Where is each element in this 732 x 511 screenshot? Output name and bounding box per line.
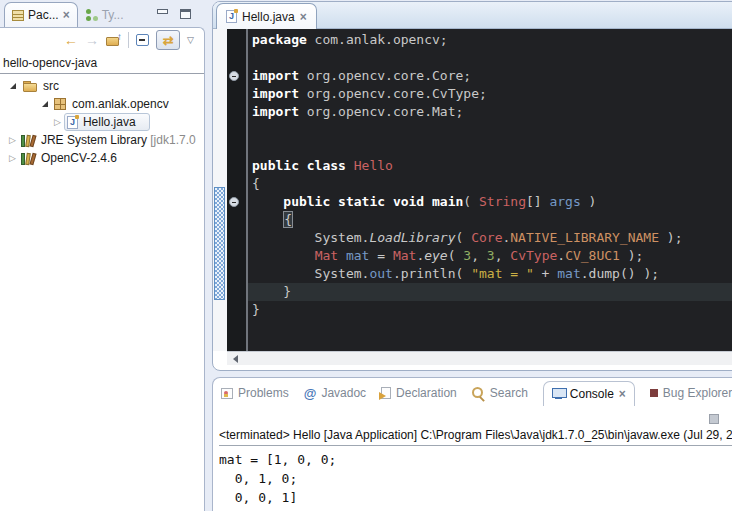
tab-declaration[interactable]: Declaration <box>381 386 457 400</box>
type-hierarchy-icon <box>86 9 98 21</box>
code-line[interactable]: import org.opencv.core.CvType; <box>248 85 732 103</box>
hello-java-label: Hello.java <box>83 115 136 129</box>
code-token <box>252 194 283 209</box>
code-line[interactable]: import org.opencv.core.Mat; <box>248 103 732 121</box>
code-token: mat <box>557 266 580 281</box>
code-line[interactable]: { <box>248 211 732 229</box>
package-label: com.anlak.opencv <box>72 97 169 111</box>
code-line[interactable] <box>248 139 732 157</box>
library-icon <box>21 134 37 147</box>
code-line[interactable]: public static void main( String[] args ) <box>248 193 732 211</box>
divider <box>0 73 204 74</box>
tree-item-hello-java[interactable]: ▷ J Hello.java <box>0 113 204 131</box>
tree-item-project[interactable]: hello-opencv-java <box>0 54 204 72</box>
code-line[interactable]: import org.opencv.core.Core; <box>248 67 732 85</box>
code-line[interactable]: Mat mat = Mat.eye( 3, 3, CvType.CV_8UC1 … <box>248 247 732 265</box>
console-output[interactable]: mat = [1, 0, 0; 0, 1, 0; 0, 0, 1] <box>219 450 336 507</box>
code-line[interactable]: System.LoadLibrary( Core.NATIVE_LIBRARY_… <box>248 229 732 247</box>
code-token: + <box>534 266 557 281</box>
tree-item-src[interactable]: src <box>0 77 204 95</box>
code-token: Mat <box>393 248 416 263</box>
tab-type-hierarchy[interactable]: Ty... <box>78 3 132 27</box>
source-folder-icon <box>23 81 37 92</box>
package-explorer-toolbar: ← → ↑ ⇄ ▽ <box>0 28 204 52</box>
link-with-editor-toggle[interactable]: ⇄ <box>156 30 180 50</box>
collapsed-arrow-icon[interactable]: ▷ <box>54 118 61 127</box>
tab-problems[interactable]: Problems <box>221 386 289 400</box>
java-file-icon: J <box>67 116 78 129</box>
code-token: CV_8UC1 <box>565 248 620 263</box>
code-token: import <box>252 86 299 101</box>
code-token: { <box>283 211 293 228</box>
forward-arrow-icon[interactable]: → <box>85 33 99 47</box>
tab-bug-explorer[interactable]: Bug Explorer <box>650 386 732 400</box>
view-menu-icon[interactable]: ▽ <box>187 35 194 45</box>
close-icon[interactable]: × <box>300 11 307 23</box>
code-token: , <box>471 248 487 263</box>
code-token: out <box>369 266 392 281</box>
code-token: ( <box>456 230 472 245</box>
tab-hello-java[interactable]: J Hello.java × <box>216 3 317 29</box>
code-line[interactable]: } <box>248 283 732 301</box>
close-icon[interactable]: × <box>63 9 70 21</box>
code-line[interactable] <box>248 121 732 139</box>
folding-ruler[interactable] <box>227 29 248 351</box>
code-token <box>346 158 354 173</box>
code-token: , <box>495 248 511 263</box>
code-token: import <box>252 68 299 83</box>
go-up-icon[interactable]: ↑ <box>106 34 121 46</box>
back-arrow-icon[interactable]: ← <box>64 33 78 47</box>
expanded-arrow-icon[interactable] <box>10 83 16 89</box>
code-token: package <box>252 32 307 47</box>
console-output-line: 0, 0, 1] <box>219 488 336 507</box>
code-token: Mat <box>315 248 338 263</box>
code-line[interactable]: } <box>248 301 732 319</box>
tab-javadoc[interactable]: @ Javadoc <box>304 386 366 400</box>
code-line[interactable]: { <box>248 175 732 193</box>
code-token: org.opencv.core.Mat; <box>299 104 463 119</box>
editor-tabbar: J Hello.java × <box>213 2 732 29</box>
tab-package-explorer[interactable]: Pac... × <box>4 2 78 27</box>
code-token: ); <box>620 248 643 263</box>
library-icon <box>21 152 37 165</box>
code-line[interactable] <box>248 49 732 67</box>
collapsed-arrow-icon[interactable]: ▷ <box>9 154 16 163</box>
code-token: .println( <box>393 266 471 281</box>
code-token: . <box>557 248 565 263</box>
fold-collapse-icon[interactable] <box>229 197 239 207</box>
code-line[interactable]: package com.anlak.opencv; <box>248 31 732 49</box>
editor-horizontal-scrollbar[interactable] <box>227 351 732 365</box>
fold-collapse-icon[interactable] <box>229 71 239 81</box>
declaration-icon <box>381 387 391 399</box>
console-toolbar-icon[interactable] <box>709 414 719 424</box>
code-token <box>252 212 283 227</box>
tree-item-package[interactable]: com.anlak.opencv <box>0 95 204 113</box>
expanded-arrow-icon[interactable] <box>42 101 48 107</box>
code-token: = <box>369 248 392 263</box>
minimize-icon[interactable] <box>157 9 168 14</box>
code-line[interactable]: public class Hello <box>248 157 732 175</box>
code-token: System. <box>252 266 369 281</box>
code-token: com.anlak.opencv; <box>307 32 448 47</box>
collapse-all-icon[interactable] <box>136 34 149 46</box>
tab-console[interactable]: Console × <box>543 381 635 406</box>
tab-search[interactable]: Search <box>472 386 528 400</box>
code-line[interactable]: System.out.println( "mat = " + mat.dump(… <box>248 265 732 283</box>
tree-item-jre[interactable]: ▷ JRE System Library [jdk1.7.0 <box>0 131 204 149</box>
collapsed-arrow-icon[interactable]: ▷ <box>9 136 16 145</box>
scroll-left-arrow-icon[interactable] <box>227 352 243 366</box>
toolbar-separator <box>128 32 129 48</box>
code-token: { <box>252 176 260 191</box>
bottom-view-tabbar: Problems @ Javadoc Declaration Search Co… <box>221 380 732 406</box>
code-token: NATIVE_LIBRARY_NAME <box>510 230 659 245</box>
editor-area: J Hello.java × package com.anlak.opencv;… <box>212 1 732 371</box>
close-icon[interactable]: × <box>619 388 626 400</box>
maximize-icon[interactable] <box>180 9 191 19</box>
opencv-label: OpenCV-2.4.6 <box>41 151 117 165</box>
tree-item-opencv[interactable]: ▷ OpenCV-2.4.6 <box>0 149 204 167</box>
code-editor[interactable]: package com.anlak.opencv; import org.ope… <box>248 29 732 351</box>
annotation-ruler[interactable] <box>213 29 227 351</box>
tab-javadoc-label: Javadoc <box>321 386 366 400</box>
bug-explorer-icon <box>650 389 658 397</box>
code-token: [] <box>526 194 549 209</box>
